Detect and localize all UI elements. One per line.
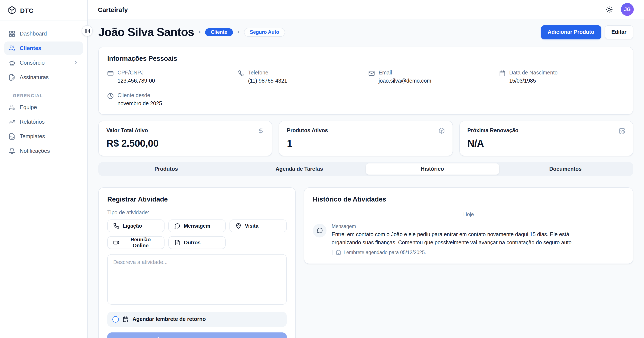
sidebar-section-label: GERENCIAL [8,93,79,98]
divider-line [313,214,458,214]
theme-toggle-button[interactable] [603,4,615,16]
stat-label: Valor Total Ativo [106,127,148,133]
sidebar-item-label: Equipe [20,104,37,110]
sun-icon [605,6,612,13]
field-label: Data de Nascimento [509,70,558,76]
field-nascimento: Data de Nascimento 15/03/1985 [499,70,624,84]
sidebar-item-clientes[interactable]: Clientes [4,42,83,55]
brand-name: DTC [20,7,34,14]
reminder-text: Lembrete agendado para 05/12/2025. [344,250,426,255]
sidebar: DTC Dashboard Clientes [0,0,88,338]
sidebar-item-assinaturas[interactable]: Assinaturas [4,71,83,84]
reminder-toggle-row[interactable]: Agendar lembrete de retorno [107,312,287,327]
file-signature-icon [8,74,16,81]
stat-valor-total: Valor Total Ativo R$ 2.500,00 [98,120,272,156]
stats-row: Valor Total Ativo R$ 2.500,00 Produtos A… [98,120,633,156]
tab-documentos[interactable]: Documentos [499,163,632,174]
sidebar-item-dashboard[interactable]: Dashboard [4,27,83,40]
sidebar-item-templates[interactable]: Templates [4,130,83,143]
tab-historico[interactable]: Histórico [366,163,499,174]
activity-type-grid: Ligação Mensagem Visita [107,219,287,249]
message-circle-icon [174,223,180,229]
stat-value: 1 [287,137,445,149]
activity-type-label: Ligação [123,223,142,229]
sidebar-item-relatorios[interactable]: Relatórios [4,115,83,128]
field-value: joao.silva@demo.com [378,78,431,84]
sidebar-collapse-button[interactable] [82,25,93,36]
tab-agenda-de-tarefas[interactable]: Agenda de Tarefas [233,163,366,174]
panel-left-close-icon [84,28,90,34]
client-status-badge: Cliente [205,28,233,36]
user-avatar[interactable]: JG [621,3,634,16]
stat-proxima-renovacao: Próxima Renovação N/A [459,120,633,156]
add-product-button[interactable]: Adicionar Produto [541,25,601,39]
sidebar-item-label: Assinaturas [20,74,49,80]
app-window: DTC Dashboard Clientes [0,0,644,338]
package-icon [438,127,445,134]
historico-atividades-card: Histórico de Atividades Hoje Mensagem En… [304,187,633,264]
clock-icon [107,93,114,99]
field-value: 15/03/1985 [509,78,558,84]
adicionar-atividade-button[interactable]: Adicionar Atividade (Ctrl+Enter) [107,332,287,338]
file-text-icon [174,239,180,245]
sidebar-item-label: Clientes [20,45,41,51]
client-product-badge: Seguro Auto [244,28,285,37]
message-circle-icon [313,224,326,237]
field-label: Email [378,70,431,76]
calendar-clock-icon [619,127,625,134]
field-value: 123.456.789-00 [118,78,155,84]
phone-icon [238,70,244,76]
submit-label: Adicionar Atividade [162,337,212,338]
field-value: novembro de 2025 [118,100,162,106]
activity-type-visita[interactable]: Visita [230,219,287,232]
sidebar-nav: Dashboard Clientes Consórcio [0,21,87,159]
activity-type-ligacao[interactable]: Ligação [107,219,164,232]
field-label: Cliente desde [118,92,162,98]
activity-type-label: Reunião Online [123,236,158,248]
sidebar-item-label: Notificações [20,148,50,154]
tipo-atividade-label: Tipo de atividade: [107,209,287,215]
activity-type-outros[interactable]: Outros [168,236,226,249]
dot-separator [199,32,201,33]
activity-type-label: Outros [184,239,201,245]
field-cpf: CPF/CNPJ 123.456.789-00 [107,70,233,84]
page-content: João Silva Santos Cliente Seguro Auto Ad… [88,19,644,338]
sidebar-item-consorcio[interactable]: Consórcio [4,56,83,69]
client-name: João Silva Santos [98,26,194,39]
stat-value: R$ 2.500,00 [106,137,264,149]
users-icon [8,45,16,52]
activity-entry-reminder: Lembrete agendado para 05/12/2025. [332,250,592,255]
activity-type-reuniao-online[interactable]: Reunião Online [107,236,164,249]
edit-button[interactable]: Editar [604,25,633,39]
sidebar-item-equipe[interactable]: Equipe [4,101,83,114]
calendar-plus-icon [123,316,129,322]
tab-produtos[interactable]: Produtos [100,163,233,174]
activity-type-label: Visita [245,223,258,229]
activity-type-mensagem[interactable]: Mensagem [168,219,226,232]
file-image-icon [8,133,16,140]
divider-line [479,214,624,214]
activity-entry: Mensagem Entrei em contato com o João e … [313,224,624,255]
sidebar-item-label: Consórcio [20,60,45,66]
calendar-icon [499,70,505,76]
user-cog-icon [8,104,16,111]
field-value: (11) 98765-4321 [248,78,287,84]
reminder-label: Agendar lembrete de retorno [132,316,206,322]
historico-panels: Registrar Atividade Tipo de atividade: L… [98,187,633,338]
sidebar-item-notificacoes[interactable]: Notificações [4,144,83,157]
stat-value: N/A [467,137,625,149]
topbar: Carteirafy JG [88,0,644,19]
send-icon [153,337,159,338]
stat-label: Próxima Renovação [467,127,518,133]
tab-bar: Produtos Agenda de Tarefas Histórico Doc… [98,162,633,176]
app-title: Carteirafy [98,6,128,13]
video-icon [113,239,119,245]
sidebar-item-label: Relatórios [20,118,45,125]
personal-info-card: Informações Pessoais CPF/CNPJ 123.456.78… [98,46,633,114]
reminder-checkbox[interactable] [112,316,119,322]
activity-description-input[interactable] [107,254,287,304]
stat-produtos-ativos: Produtos Ativos 1 [279,120,453,156]
field-email: Email joao.silva@demo.com [368,70,494,84]
brand: DTC [0,0,87,21]
sidebar-item-label: Templates [20,133,45,139]
